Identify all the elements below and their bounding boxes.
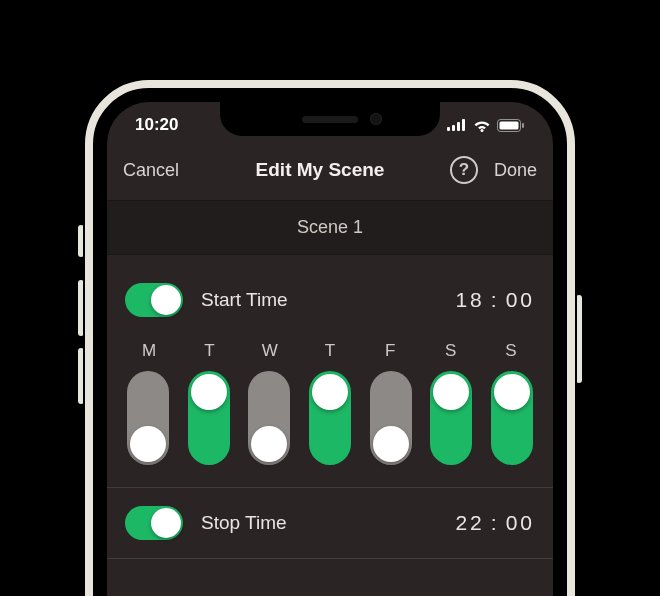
app-screen: 10:20 Cancel Edit My Scene xyxy=(107,102,553,596)
day-toggle-tue[interactable] xyxy=(188,371,230,465)
help-glyph: ? xyxy=(459,160,469,180)
day-labels-row: M T W T F S S xyxy=(125,335,535,371)
day-label-sat: S xyxy=(433,341,469,361)
start-time-label: Start Time xyxy=(201,289,437,311)
done-button[interactable]: Done xyxy=(494,160,537,181)
start-time-value[interactable]: 18:00 xyxy=(455,288,535,312)
navigation-bar: Cancel Edit My Scene ? Done xyxy=(107,148,553,200)
start-minute: 00 xyxy=(506,288,535,311)
stop-time-value[interactable]: 22:00 xyxy=(455,511,535,535)
stop-minute: 00 xyxy=(506,511,535,534)
phone-volume-up xyxy=(78,280,84,336)
stop-time-toggle[interactable] xyxy=(125,506,183,540)
day-toggle-wed[interactable] xyxy=(248,371,290,465)
cancel-button[interactable]: Cancel xyxy=(123,160,203,181)
page-title: Edit My Scene xyxy=(213,159,427,181)
help-icon[interactable]: ? xyxy=(450,156,478,184)
phone-power-button xyxy=(576,295,582,383)
day-toggles-row xyxy=(125,371,535,487)
svg-rect-3 xyxy=(462,119,465,131)
svg-point-4 xyxy=(481,129,484,132)
stop-hour: 22 xyxy=(455,511,484,534)
row-divider xyxy=(107,558,553,559)
stop-time-row: Stop Time 22:00 xyxy=(125,488,535,558)
day-toggle-sun[interactable] xyxy=(491,371,533,465)
start-time-row: Start Time 18:00 xyxy=(125,265,535,335)
day-label-wed: W xyxy=(252,341,288,361)
day-toggle-mon[interactable] xyxy=(127,371,169,465)
wifi-icon xyxy=(473,119,491,132)
phone-speaker xyxy=(302,116,358,123)
svg-rect-2 xyxy=(457,122,460,131)
svg-rect-7 xyxy=(522,123,524,128)
day-label-sun: S xyxy=(493,341,529,361)
phone-silent-switch xyxy=(78,225,84,257)
battery-icon xyxy=(497,119,525,132)
scene-name-header[interactable]: Scene 1 xyxy=(107,200,553,255)
phone-mockup: 10:20 Cancel Edit My Scene xyxy=(85,80,575,596)
day-toggle-sat[interactable] xyxy=(430,371,472,465)
svg-rect-1 xyxy=(452,125,455,131)
day-toggle-thu[interactable] xyxy=(309,371,351,465)
day-toggle-fri[interactable] xyxy=(370,371,412,465)
day-label-thu: T xyxy=(312,341,348,361)
start-time-toggle[interactable] xyxy=(125,283,183,317)
status-time: 10:20 xyxy=(135,115,178,135)
day-label-mon: M xyxy=(131,341,167,361)
day-label-fri: F xyxy=(372,341,408,361)
start-hour: 18 xyxy=(455,288,484,311)
phone-volume-down xyxy=(78,348,84,404)
svg-rect-6 xyxy=(500,121,519,129)
phone-front-camera xyxy=(370,113,382,125)
svg-rect-0 xyxy=(447,127,450,131)
day-label-tue: T xyxy=(191,341,227,361)
phone-notch xyxy=(220,102,440,136)
cellular-icon xyxy=(447,119,467,131)
stop-time-label: Stop Time xyxy=(201,512,437,534)
